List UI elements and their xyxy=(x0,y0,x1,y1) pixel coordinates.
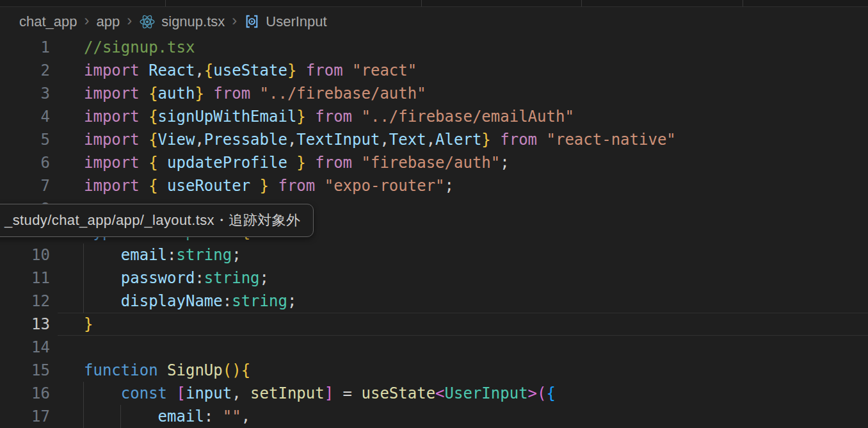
indent-guide xyxy=(83,405,84,428)
line-number[interactable]: 7 xyxy=(0,174,50,197)
line-number[interactable]: 4 xyxy=(0,105,50,128)
code-text[interactable]: import { updateProfile } from "firebase/… xyxy=(84,151,510,174)
code-line[interactable]: 3import {auth} from "../firebase/auth" xyxy=(0,82,868,105)
git-status-tooltip: _study/chat_app/app/_layout.tsx・追跡対象外 xyxy=(0,204,314,237)
code-text[interactable]: } xyxy=(84,313,93,336)
tab-divider xyxy=(581,0,582,6)
code-line[interactable]: 14 xyxy=(0,336,868,359)
code-line[interactable]: 10 email:string; xyxy=(0,243,868,267)
code-line[interactable]: 13} xyxy=(0,313,868,336)
code-text[interactable]: displayName:string; xyxy=(84,290,296,313)
breadcrumb-item-userinput[interactable]: UserInput xyxy=(266,13,326,30)
tab-bar-strip xyxy=(0,0,868,7)
code-text[interactable]: import {signUpWithEmail} from "../fireba… xyxy=(84,105,574,128)
breadcrumb-item-app[interactable]: app xyxy=(97,13,120,30)
line-number[interactable]: 10 xyxy=(0,243,50,267)
tab-divider xyxy=(421,0,422,6)
indent-guide xyxy=(83,243,84,267)
line-number[interactable]: 15 xyxy=(0,359,50,382)
line-number[interactable]: 14 xyxy=(0,336,50,359)
line-number[interactable]: 3 xyxy=(0,82,50,105)
line-number[interactable]: 6 xyxy=(0,151,50,174)
code-text[interactable]: email: "", xyxy=(84,405,250,428)
breadcrumb: chat_app › app › signup.tsx › xyxy=(0,7,868,36)
code-line[interactable]: 4import {signUpWithEmail} from "../fireb… xyxy=(0,105,868,128)
code-text[interactable]: import React,{useState} from "react" xyxy=(84,59,417,82)
line-number[interactable]: 2 xyxy=(0,59,50,82)
tab-divider xyxy=(743,0,743,6)
code-line[interactable]: 17 email: "", xyxy=(0,405,868,428)
line-number[interactable]: 5 xyxy=(0,128,50,151)
react-icon xyxy=(139,13,156,30)
code-text[interactable]: import {auth} from "../firebase/auth" xyxy=(84,82,426,105)
code-text[interactable]: email:string; xyxy=(84,243,241,267)
code-text[interactable]: password:string; xyxy=(84,267,269,290)
symbol-field-icon xyxy=(244,13,260,29)
line-number[interactable]: 1 xyxy=(0,36,50,59)
code-line[interactable]: 16 const [input, setInput] = useState<Us… xyxy=(0,382,868,405)
chevron-right-icon: › xyxy=(127,12,132,29)
tab-divider xyxy=(165,0,166,6)
line-number[interactable]: 16 xyxy=(0,382,50,405)
code-line[interactable]: 6import { updateProfile } from "firebase… xyxy=(0,151,868,174)
code-line[interactable]: 15function SignUp(){ xyxy=(0,359,868,382)
code-text[interactable]: import { useRouter } from "expo-router"; xyxy=(84,174,454,197)
indent-guide xyxy=(83,267,84,290)
code-line[interactable]: 11 password:string; xyxy=(0,267,868,290)
code-line[interactable]: 7import { useRouter } from "expo-router"… xyxy=(0,174,868,197)
code-text[interactable]: const [input, setInput] = useState<UserI… xyxy=(84,382,556,405)
code-line[interactable]: 2import React,{useState} from "react" xyxy=(0,59,868,82)
chevron-right-icon: › xyxy=(232,12,237,29)
indent-guide xyxy=(83,382,84,405)
indent-guide xyxy=(83,290,84,313)
code-text[interactable]: //signup.tsx xyxy=(84,36,195,59)
indent-guide xyxy=(120,405,121,428)
code-text[interactable]: import {View,Pressable,TextInput,Text,Al… xyxy=(84,128,676,151)
code-line[interactable]: 5import {View,Pressable,TextInput,Text,A… xyxy=(0,128,868,151)
code-text[interactable]: function SignUp(){ xyxy=(84,359,250,382)
breadcrumb-item-chat_app[interactable]: chat_app xyxy=(19,13,77,30)
code-line[interactable]: 1//signup.tsx xyxy=(0,36,868,59)
breadcrumb-item-signup-tsx[interactable]: signup.tsx xyxy=(161,13,225,30)
vscode-editor-window: chat_app › app › signup.tsx › xyxy=(0,0,868,428)
code-line[interactable]: 12 displayName:string; xyxy=(0,290,868,313)
line-number[interactable]: 13 xyxy=(0,313,50,336)
line-number[interactable]: 17 xyxy=(0,405,50,428)
chevron-right-icon: › xyxy=(84,12,90,29)
line-number[interactable]: 11 xyxy=(0,267,50,290)
line-number[interactable]: 12 xyxy=(0,290,50,313)
